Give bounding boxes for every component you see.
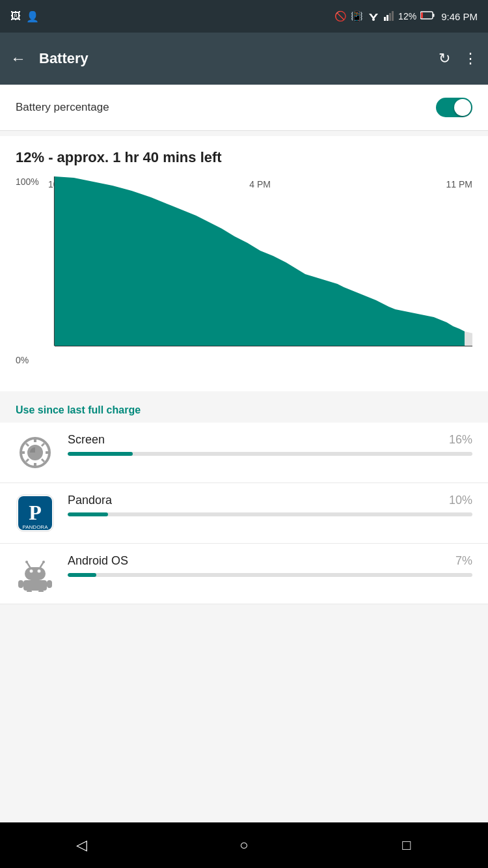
- content: Battery percentage 12% - approx. 1 hr 40…: [0, 85, 488, 604]
- svg-rect-18: [21, 451, 25, 454]
- pandora-usage-name: Pandora: [68, 494, 112, 507]
- pandora-usage-info: Pandora 10%: [68, 494, 472, 516]
- time-display: 9:46 PM: [441, 11, 478, 22]
- svg-rect-32: [18, 580, 23, 588]
- recent-nav-button[interactable]: □: [387, 826, 426, 865]
- svg-rect-19: [46, 451, 49, 454]
- app-bar-actions: ↻ ⋮: [439, 50, 478, 67]
- android-usage-header: Android OS 7%: [68, 554, 472, 568]
- status-bar: 🖼 👤 🚫 📳 12%: [0, 0, 488, 33]
- svg-point-30: [42, 561, 45, 563]
- svg-rect-6: [392, 11, 394, 21]
- svg-text:PANDORA: PANDORA: [23, 524, 49, 530]
- svg-marker-13: [465, 331, 472, 346]
- battery-icon: [420, 11, 435, 21]
- screen-usage-name: Screen: [68, 433, 105, 447]
- svg-rect-3: [384, 17, 386, 21]
- pandora-usage-bar-fill: [68, 512, 108, 516]
- android-usage-name: Android OS: [68, 554, 128, 568]
- pandora-icon: P PANDORA: [16, 494, 55, 533]
- home-nav-button[interactable]: ○: [224, 826, 264, 865]
- back-button[interactable]: ←: [10, 49, 26, 68]
- usage-item-android[interactable]: Android OS 7%: [0, 544, 488, 604]
- svg-rect-9: [421, 12, 423, 18]
- svg-rect-33: [47, 580, 52, 588]
- signal-icon: [384, 10, 394, 23]
- status-bar-right: 🚫 📳 12% 9:46 PM: [334, 10, 478, 23]
- svg-point-26: [38, 570, 41, 573]
- toggle-knob: [454, 99, 471, 116]
- screen-usage-header: Screen 16%: [68, 433, 472, 447]
- bottom-nav: ◁ ○ □: [0, 822, 488, 868]
- usage-item-screen[interactable]: Screen 16%: [0, 423, 488, 483]
- vibrate-icon: 📳: [351, 10, 363, 22]
- refresh-button[interactable]: ↻: [439, 50, 450, 67]
- wifi-icon: [367, 10, 380, 23]
- svg-marker-12: [55, 176, 465, 346]
- photo-icon: 🖼: [10, 10, 21, 22]
- screen-usage-bar-bg: [68, 452, 472, 456]
- usage-section-header: Use since last full charge: [0, 391, 488, 423]
- pandora-usage-header: Pandora 10%: [68, 494, 472, 507]
- person-icon: 👤: [26, 10, 39, 23]
- svg-rect-8: [433, 14, 435, 17]
- battery-percentage-label: Battery percentage: [16, 101, 109, 114]
- android-usage-bar-fill: [68, 573, 96, 577]
- screen-icon: [16, 433, 55, 472]
- battery-status-text: 12% - approx. 1 hr 40 mins left: [16, 149, 472, 166]
- svg-text:P: P: [29, 501, 42, 524]
- page-title: Battery: [39, 50, 426, 67]
- battery-percentage-status: 12%: [398, 11, 416, 21]
- svg-rect-5: [389, 13, 391, 21]
- svg-point-28: [25, 561, 28, 563]
- battery-percentage-row: Battery percentage: [0, 85, 488, 131]
- svg-point-25: [30, 570, 33, 573]
- svg-rect-24: [25, 567, 46, 580]
- screen-usage-pct: 16%: [449, 433, 472, 447]
- usage-item-pandora[interactable]: P PANDORA Pandora 10%: [0, 483, 488, 544]
- blocked-icon: 🚫: [334, 10, 347, 22]
- svg-point-2: [372, 18, 375, 21]
- back-nav-button[interactable]: ◁: [62, 826, 101, 865]
- chart-svg: [48, 176, 472, 365]
- svg-rect-16: [34, 438, 36, 442]
- pandora-usage-bar-bg: [68, 512, 472, 516]
- app-bar: ← Battery ↻ ⋮: [0, 33, 488, 85]
- android-usage-pct: 7%: [455, 554, 472, 568]
- y-label-bottom: 0%: [16, 355, 29, 365]
- status-bar-left: 🖼 👤: [10, 10, 39, 23]
- chart-section: 12% - approx. 1 hr 40 mins left 100% 0% …: [0, 136, 488, 391]
- svg-rect-4: [386, 15, 388, 21]
- pandora-usage-pct: 10%: [449, 494, 472, 507]
- svg-rect-17: [34, 463, 36, 467]
- battery-percentage-toggle[interactable]: [436, 98, 472, 117]
- y-label-top: 100%: [16, 176, 39, 187]
- svg-rect-31: [23, 580, 47, 591]
- screen-usage-info: Screen 16%: [68, 433, 472, 456]
- android-usage-bar-bg: [68, 573, 472, 577]
- more-options-button[interactable]: ⋮: [463, 50, 478, 67]
- android-usage-info: Android OS 7%: [68, 554, 472, 577]
- battery-chart: 100% 0% 10 AM 4 PM 11 PM: [16, 176, 472, 385]
- screen-usage-bar-fill: [68, 452, 133, 456]
- android-icon: [16, 554, 55, 593]
